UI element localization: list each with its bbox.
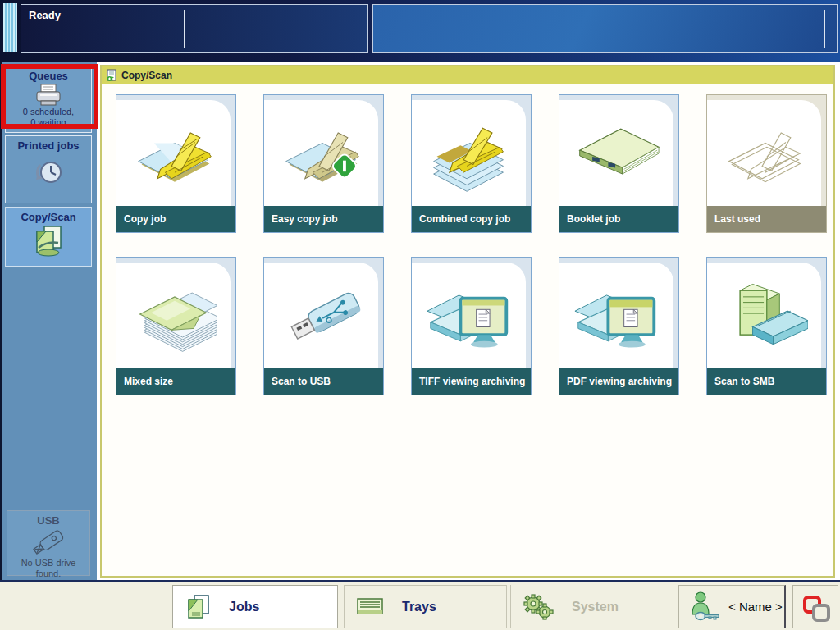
document-pages-icon: [185, 594, 211, 620]
gears-icon: [523, 593, 554, 621]
tile-label: Combined copy job: [412, 206, 531, 232]
copy-scan-panel: Copy/Scan: [100, 65, 835, 578]
tile-mixed-size[interactable]: Mixed size: [116, 257, 236, 395]
combined-copy-job-icon: [426, 114, 513, 193]
tab-jobs-label: Jobs: [229, 600, 259, 614]
gray-square-icon: [812, 604, 830, 622]
tile-label: TIFF viewing archiving: [412, 368, 531, 395]
user-key-icon: [691, 591, 720, 623]
device-screen: Ready Queues 0 scheduled, 0 waiting Prin…: [0, 0, 840, 630]
tile-easy-copy-job[interactable]: Easy copy job: [263, 94, 384, 233]
usb-label: USB: [7, 511, 89, 527]
message-panel: [372, 4, 838, 53]
queues-label: Queues: [6, 66, 91, 82]
tile-pdf-viewing-archiving[interactable]: PDF viewing archiving: [559, 257, 679, 395]
tab-jobs[interactable]: Jobs: [172, 585, 338, 628]
sidebar-item-printed-jobs[interactable]: Printed jobs: [5, 135, 92, 203]
counter-button[interactable]: [792, 585, 838, 628]
printer-status-text: Ready: [29, 9, 61, 21]
tile-row-2: Mixed size: [116, 257, 833, 395]
top-status-bar: Ready: [0, 0, 840, 62]
history-clock-icon: [30, 157, 66, 189]
tab-system-label: System: [572, 600, 619, 614]
tiff-viewing-icon: [426, 276, 513, 355]
printer-status-panel: Ready: [21, 4, 368, 53]
tile-label: Mixed size: [116, 368, 235, 395]
printed-jobs-label: Printed jobs: [6, 136, 91, 152]
usb-stick-outline-icon: [26, 528, 71, 558]
tile-booklet-job[interactable]: Booklet job: [559, 94, 679, 233]
booklet-job-icon: [573, 114, 660, 193]
tile-scan-to-smb[interactable]: Scan to SMB: [706, 257, 827, 395]
status-panel-divider: [184, 10, 185, 48]
scan-to-smb-icon: [721, 276, 808, 355]
printer-icon: [34, 84, 63, 107]
tile-scan-to-usb[interactable]: Scan to USB: [263, 257, 384, 395]
tab-trays[interactable]: Trays: [344, 585, 507, 628]
sidebar-item-usb: USB No USB drive found.: [7, 510, 90, 576]
tile-label: Booklet job: [559, 206, 678, 232]
pdf-viewing-icon: [573, 276, 660, 355]
copy-scan-label: Copy/Scan: [6, 208, 91, 223]
tile-label: Last used: [707, 206, 826, 232]
bottom-nav-bar: Jobs Trays: [0, 580, 840, 630]
tab-name-label: < Name >: [728, 600, 783, 614]
scan-to-usb-icon: [278, 276, 365, 355]
tile-tiff-viewing-archiving[interactable]: TIFF viewing archiving: [411, 257, 532, 395]
sidebar-item-copy-scan[interactable]: Copy/Scan: [5, 207, 92, 267]
usb-status-message: No USB drive found.: [7, 558, 89, 579]
tile-last-used: Last used: [706, 94, 827, 233]
panel-title: Copy/Scan: [121, 70, 172, 81]
queues-waiting-count: 0 waiting: [6, 117, 91, 128]
message-panel-divider: [824, 10, 825, 48]
page-star-icon: [106, 69, 117, 82]
tab-system: System: [510, 585, 674, 628]
panel-header: Copy/Scan: [102, 66, 833, 84]
copy-job-icon: [130, 114, 217, 193]
tile-label: Scan to SMB: [707, 368, 826, 395]
easy-copy-job-icon: [278, 114, 365, 193]
tile-label: PDF viewing archiving: [559, 368, 678, 395]
tile-row-1: Copy job: [116, 94, 833, 233]
tile-copy-job[interactable]: Copy job: [116, 94, 236, 233]
copier-pages-icon: [30, 225, 66, 259]
tab-login-name[interactable]: < Name >: [678, 585, 786, 628]
tile-combined-copy-job[interactable]: Combined copy job: [411, 94, 532, 233]
tile-label: Easy copy job: [264, 206, 383, 232]
queues-scheduled-count: 0 scheduled,: [6, 107, 91, 117]
last-used-icon: [721, 114, 808, 193]
tab-trays-label: Trays: [402, 600, 436, 614]
tile-label: Copy job: [116, 206, 235, 232]
mixed-size-icon: [130, 276, 217, 355]
overlapping-squares-icon: [793, 586, 838, 628]
left-sidebar: Queues 0 scheduled, 0 waiting Printed jo…: [0, 62, 97, 580]
sidebar-item-queues[interactable]: Queues 0 scheduled, 0 waiting: [5, 66, 92, 133]
brand-stripes-logo: [3, 3, 17, 52]
tile-grid: Copy job: [102, 84, 833, 395]
tile-label: Scan to USB: [264, 368, 383, 395]
paper-tray-icon: [356, 596, 384, 618]
